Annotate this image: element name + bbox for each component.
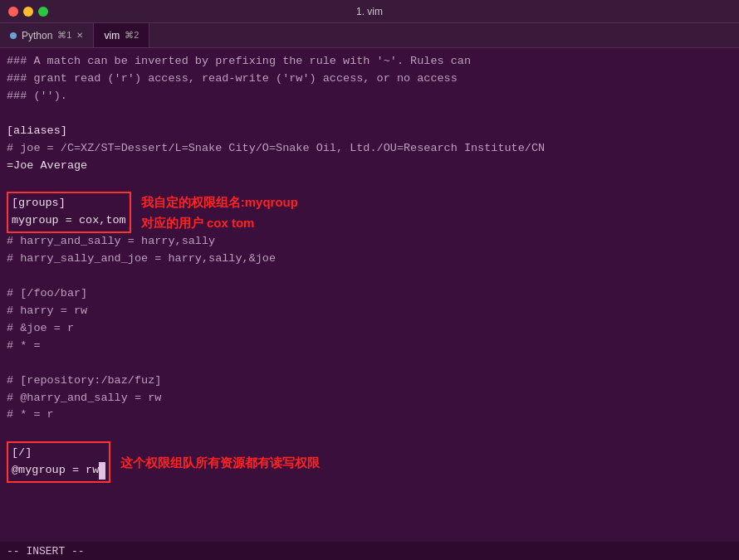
code-line-harry-rw2: # @harry_and_sally = rw bbox=[7, 390, 732, 407]
code-line-2: ### grant read ('r') access, read-write … bbox=[7, 71, 732, 88]
traffic-lights bbox=[8, 7, 48, 17]
code-line-8 bbox=[7, 174, 732, 192]
tab-vim[interactable]: vim ⌘2 bbox=[94, 23, 149, 47]
tab-vim-label: vim bbox=[104, 30, 120, 41]
code-line-7: =Joe Average bbox=[7, 158, 732, 175]
tab-vim-shortcut: ⌘2 bbox=[125, 30, 139, 41]
code-line-mygroup: mygroup = cox,tom bbox=[12, 212, 126, 230]
tab-python-close[interactable]: ✕ bbox=[76, 31, 83, 40]
annotation-slash: 这个权限组队所有资源都有读写权限 bbox=[120, 453, 320, 472]
tab-python-label: Python bbox=[22, 30, 52, 41]
code-line-4 bbox=[7, 105, 732, 123]
maximize-button[interactable] bbox=[38, 7, 48, 17]
tab-python-shortcut: ⌘1 bbox=[57, 30, 71, 41]
titlebar: 1. vim bbox=[0, 0, 739, 23]
close-button[interactable] bbox=[8, 7, 18, 17]
code-line-slash: [/] bbox=[12, 445, 105, 462]
slash-highlight-box: [/] @mygroup = rw bbox=[7, 441, 110, 483]
annotation-groups-1: 我自定的权限组名:myqroup bbox=[141, 192, 298, 212]
code-line-1: ### A match can be inverted by prefixing… bbox=[7, 53, 732, 71]
cursor bbox=[99, 462, 105, 480]
code-line-harry-sally: # harry_and_sally = harry,sally bbox=[7, 233, 732, 251]
code-line-mygroup-rw: @mygroup = rw bbox=[12, 462, 105, 480]
groups-annotations: 我自定的权限组名:myqroup 对应的用户 cox tom bbox=[141, 192, 298, 233]
code-line-3: ### (''). bbox=[7, 88, 732, 105]
annotation-groups-2: 对应的用户 cox tom bbox=[141, 213, 298, 232]
code-line-6: # joe = /C=XZ/ST=Dessert/L=Snake City/O=… bbox=[7, 140, 732, 158]
code-line-star: # * = bbox=[7, 338, 732, 355]
tab-python[interactable]: Python ⌘1 ✕ bbox=[0, 23, 94, 47]
code-line-blank2 bbox=[7, 268, 732, 285]
code-line-5: [aliases] bbox=[7, 123, 732, 140]
code-line-groups: [groups] bbox=[12, 195, 126, 212]
groups-highlight-box: [groups] mygroup = cox,tom bbox=[7, 192, 131, 233]
window-title: 1. vim bbox=[356, 6, 383, 17]
code-line-blank4 bbox=[7, 424, 732, 441]
slash-section: [/] @mygroup = rw 这个权限组队所有资源都有读写权限 bbox=[7, 441, 732, 483]
status-insert-label: -- INSERT -- bbox=[7, 545, 85, 558]
code-line-harry-sally-joe: # harry_sally_and_joe = harry,sally,&joe bbox=[7, 251, 732, 268]
statusbar: -- INSERT -- bbox=[0, 542, 739, 560]
tabbar: Python ⌘1 ✕ vim ⌘2 bbox=[0, 23, 739, 48]
code-line-star-r: # * = r bbox=[7, 407, 732, 424]
code-line-bazfuz: # [repository:/baz/fuz] bbox=[7, 373, 732, 390]
code-line-foobar: # [/foo/bar] bbox=[7, 285, 732, 303]
code-line-harry-rw: # harry = rw bbox=[7, 303, 732, 320]
editor: ### A match can be inverted by prefixing… bbox=[0, 48, 739, 560]
code-line-blank3 bbox=[7, 355, 732, 373]
groups-section: [groups] mygroup = cox,tom 我自定的权限组名:myqr… bbox=[7, 192, 732, 233]
minimize-button[interactable] bbox=[23, 7, 33, 17]
code-line-joe-r: # &joe = r bbox=[7, 320, 732, 338]
tab-dot-python bbox=[10, 32, 17, 39]
